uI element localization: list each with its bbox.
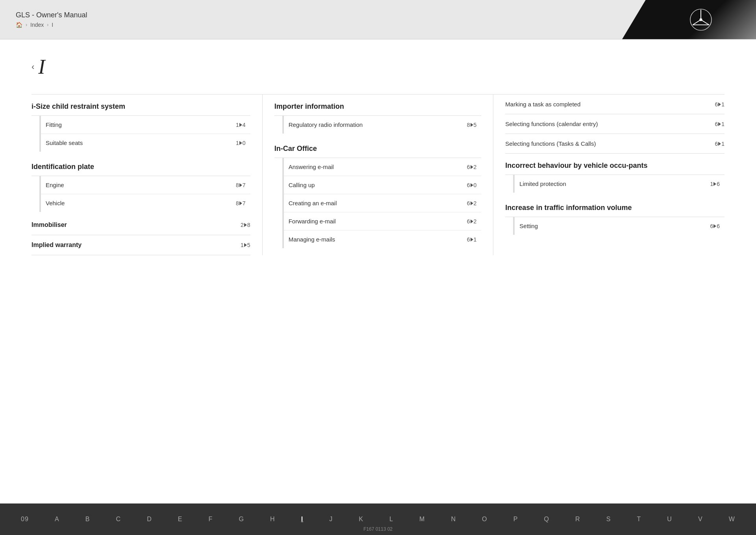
footer-nav-K[interactable]: K: [356, 514, 367, 524]
page-arrow-icon: [713, 182, 716, 186]
footer-nav-A[interactable]: A: [52, 514, 63, 524]
footer-nav-T[interactable]: T: [634, 514, 644, 524]
footer-nav-D[interactable]: D: [144, 514, 155, 524]
section-incorrect-behaviour: Incorrect behaviour by vehicle occu-pant…: [505, 154, 724, 175]
column-2: Importer information Regulatory radio in…: [263, 95, 494, 255]
list-item[interactable]: Fitting 14: [41, 116, 250, 134]
current-index-letter: I: [38, 55, 45, 78]
list-item[interactable]: Regulatory radio information 85: [284, 116, 482, 134]
footer-nav-C[interactable]: C: [113, 514, 124, 524]
list-item[interactable]: Selecting functions (calendar entry) 61: [505, 114, 724, 134]
page-arrow-icon: [471, 201, 473, 205]
page-arrow-icon: [718, 102, 721, 106]
footer-nav-N[interactable]: N: [448, 514, 459, 524]
mercedes-logo: [689, 8, 713, 32]
column-1: i-Size child restraint system Fitting 14…: [32, 95, 263, 255]
section-i-size: i-Size child restraint system: [32, 95, 250, 116]
list-item[interactable]: Managing e-mails 61: [284, 230, 482, 248]
page-arrow-icon: [718, 122, 721, 126]
page-arrow-icon: [244, 243, 247, 247]
section-implied-warranty[interactable]: Implied warranty 15: [32, 235, 250, 255]
page-arrow-icon: [239, 123, 242, 127]
footer-nav-H[interactable]: H: [267, 514, 278, 524]
footer-nav-U[interactable]: U: [664, 514, 675, 524]
footer-nav-E[interactable]: E: [175, 514, 186, 524]
footer-nav-F[interactable]: F: [206, 514, 216, 524]
list-item[interactable]: Vehicle 87: [41, 194, 250, 212]
page-arrow-icon: [718, 142, 721, 146]
i-size-sub-items: Fitting 14 Suitable seats 10: [39, 116, 250, 152]
footer-nav-Q[interactable]: Q: [541, 514, 552, 524]
prev-letter-button[interactable]: ‹: [32, 62, 34, 72]
header-left: GLS - Owner's Manual 🏠 › Index › I: [16, 11, 87, 28]
index-grid: i-Size child restraint system Fitting 14…: [32, 94, 724, 255]
document-title: GLS - Owner's Manual: [16, 11, 87, 19]
breadcrumb-sep2: ›: [47, 22, 48, 28]
breadcrumb-sep1: ›: [26, 22, 27, 28]
identification-plate-sub-items: Engine 87 Vehicle 87: [39, 176, 250, 212]
header: GLS - Owner's Manual 🏠 › Index › I: [0, 0, 756, 39]
footer-nav: 09 A B C D E F G H I J K L M N O P Q R S…: [0, 514, 756, 524]
section-in-car-office: In-Car Office: [274, 137, 482, 158]
section-importer-info: Importer information: [274, 95, 482, 116]
list-item[interactable]: Limited protection 16: [515, 175, 724, 193]
footer-nav-M[interactable]: M: [416, 514, 428, 524]
breadcrumb: 🏠 › Index › I: [16, 22, 87, 28]
footer-nav-R[interactable]: R: [572, 514, 584, 524]
list-item[interactable]: Suitable seats 10: [41, 134, 250, 152]
page-arrow-icon: [471, 123, 473, 127]
section-identification-plate: Identification plate: [32, 155, 250, 176]
footer-code: F167 0113 02: [363, 526, 393, 532]
list-item[interactable]: Forwarding e-mail 62: [284, 212, 482, 230]
main-content: ‹ I i-Size child restraint system Fittin…: [0, 39, 756, 503]
column-3: Marking a task as completed 61 Selecting…: [493, 95, 724, 255]
svg-point-1: [699, 18, 702, 21]
page-arrow-icon: [239, 201, 242, 205]
footer: 09 A B C D E F G H I J K L M N O P Q R S…: [0, 503, 756, 535]
page-arrow-icon: [471, 219, 473, 223]
logo-area: [622, 0, 756, 39]
footer-nav-W[interactable]: W: [726, 514, 738, 524]
list-item[interactable]: Engine 87: [41, 176, 250, 194]
footer-nav-P[interactable]: P: [510, 514, 521, 524]
list-item[interactable]: Answering e-mail 62: [284, 158, 482, 176]
page-arrow-icon: [239, 141, 242, 145]
list-item[interactable]: Creating an e-mail 62: [284, 194, 482, 212]
section-increase-traffic: Increase in traffic information volume: [505, 196, 724, 217]
footer-nav-S[interactable]: S: [603, 514, 614, 524]
footer-nav-I[interactable]: I: [298, 514, 306, 524]
page-arrow-icon: [471, 238, 473, 241]
footer-nav-G[interactable]: G: [235, 514, 247, 524]
list-item[interactable]: Setting 66: [515, 217, 724, 235]
incorrect-behaviour-sub-items: Limited protection 16: [513, 175, 724, 193]
footer-nav-09[interactable]: 09: [18, 514, 32, 524]
page-arrow-icon: [244, 223, 247, 227]
breadcrumb-index[interactable]: Index: [30, 22, 44, 28]
list-item[interactable]: Selecting functions (Tasks & Calls) 61: [505, 134, 724, 154]
footer-nav-O[interactable]: O: [479, 514, 490, 524]
importer-info-sub-items: Regulatory radio information 85: [282, 116, 482, 134]
footer-nav-B[interactable]: B: [82, 514, 93, 524]
increase-traffic-sub-items: Setting 66: [513, 217, 724, 235]
breadcrumb-current: I: [52, 22, 53, 28]
footer-nav-V[interactable]: V: [695, 514, 706, 524]
page-arrow-icon: [471, 165, 473, 169]
index-nav: ‹ I: [32, 55, 724, 78]
page-arrow-icon: [239, 183, 242, 187]
page-arrow-icon: [713, 224, 716, 228]
breadcrumb-home[interactable]: 🏠: [16, 22, 22, 28]
footer-nav-J[interactable]: J: [326, 514, 336, 524]
page-arrow-icon: [471, 183, 473, 187]
list-item[interactable]: Calling up 60: [284, 176, 482, 194]
footer-nav-L[interactable]: L: [386, 514, 397, 524]
list-item[interactable]: Marking a task as completed 61: [505, 95, 724, 114]
section-immobiliser[interactable]: Immobiliser 28: [32, 215, 250, 235]
in-car-office-sub-items: Answering e-mail 62 Calling up 60 Creati…: [282, 158, 482, 248]
